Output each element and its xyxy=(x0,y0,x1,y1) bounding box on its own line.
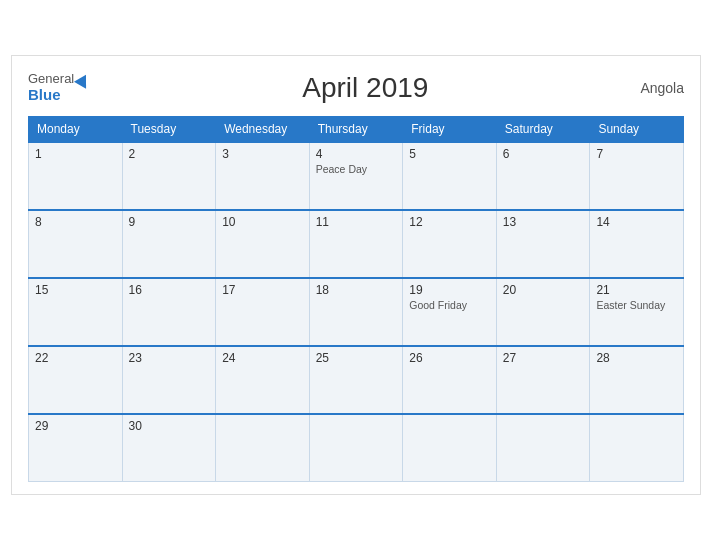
calendar-day-cell: 4Peace Day xyxy=(309,142,403,210)
calendar-day-cell: 2 xyxy=(122,142,216,210)
logo-general-text: General xyxy=(28,72,90,86)
header-monday: Monday xyxy=(29,116,123,142)
calendar-day-cell: 23 xyxy=(122,346,216,414)
calendar-day-cell: 19Good Friday xyxy=(403,278,497,346)
day-number: 4 xyxy=(316,147,397,161)
day-number: 1 xyxy=(35,147,116,161)
day-number: 29 xyxy=(35,419,116,433)
calendar-day-cell xyxy=(590,414,684,482)
holiday-name: Peace Day xyxy=(316,163,397,175)
calendar-week-row: 2930 xyxy=(29,414,684,482)
calendar-week-row: 891011121314 xyxy=(29,210,684,278)
calendar-day-cell: 7 xyxy=(590,142,684,210)
calendar-day-cell xyxy=(216,414,310,482)
logo: General Blue xyxy=(28,72,90,103)
calendar-day-cell: 27 xyxy=(496,346,590,414)
calendar-day-cell: 14 xyxy=(590,210,684,278)
calendar-week-row: 22232425262728 xyxy=(29,346,684,414)
calendar-day-cell: 8 xyxy=(29,210,123,278)
day-number: 7 xyxy=(596,147,677,161)
day-number: 12 xyxy=(409,215,490,229)
header-tuesday: Tuesday xyxy=(122,116,216,142)
day-number: 20 xyxy=(503,283,584,297)
day-number: 30 xyxy=(129,419,210,433)
day-number: 11 xyxy=(316,215,397,229)
calendar-day-cell: 1 xyxy=(29,142,123,210)
day-number: 3 xyxy=(222,147,303,161)
calendar-day-cell: 22 xyxy=(29,346,123,414)
calendar-title: April 2019 xyxy=(302,72,428,104)
calendar-day-cell: 15 xyxy=(29,278,123,346)
day-number: 14 xyxy=(596,215,677,229)
logo-blue-text: Blue xyxy=(28,87,90,104)
calendar-day-cell: 24 xyxy=(216,346,310,414)
calendar-day-cell: 11 xyxy=(309,210,403,278)
calendar-day-cell xyxy=(309,414,403,482)
calendar-body: 1234Peace Day5678910111213141516171819Go… xyxy=(29,142,684,482)
calendar-day-cell: 3 xyxy=(216,142,310,210)
day-number: 22 xyxy=(35,351,116,365)
day-number: 18 xyxy=(316,283,397,297)
header-wednesday: Wednesday xyxy=(216,116,310,142)
calendar-header: General Blue April 2019 Angola xyxy=(28,72,684,104)
calendar-day-cell xyxy=(496,414,590,482)
day-number: 6 xyxy=(503,147,584,161)
day-number: 5 xyxy=(409,147,490,161)
calendar-day-cell: 5 xyxy=(403,142,497,210)
day-number: 28 xyxy=(596,351,677,365)
day-number: 27 xyxy=(503,351,584,365)
day-number: 23 xyxy=(129,351,210,365)
calendar-day-cell: 10 xyxy=(216,210,310,278)
calendar-week-row: 1516171819Good Friday2021Easter Sunday xyxy=(29,278,684,346)
calendar-day-cell: 12 xyxy=(403,210,497,278)
calendar-day-cell: 29 xyxy=(29,414,123,482)
day-number: 13 xyxy=(503,215,584,229)
calendar-day-cell: 30 xyxy=(122,414,216,482)
header-saturday: Saturday xyxy=(496,116,590,142)
country-label: Angola xyxy=(640,80,684,96)
weekday-header-row: Monday Tuesday Wednesday Thursday Friday… xyxy=(29,116,684,142)
header-friday: Friday xyxy=(403,116,497,142)
holiday-name: Easter Sunday xyxy=(596,299,677,311)
calendar-day-cell: 25 xyxy=(309,346,403,414)
day-number: 25 xyxy=(316,351,397,365)
day-number: 10 xyxy=(222,215,303,229)
holiday-name: Good Friday xyxy=(409,299,490,311)
calendar-day-cell: 20 xyxy=(496,278,590,346)
calendar-table: Monday Tuesday Wednesday Thursday Friday… xyxy=(28,116,684,483)
calendar-day-cell: 18 xyxy=(309,278,403,346)
day-number: 2 xyxy=(129,147,210,161)
calendar-week-row: 1234Peace Day567 xyxy=(29,142,684,210)
calendar-thead: Monday Tuesday Wednesday Thursday Friday… xyxy=(29,116,684,142)
header-sunday: Sunday xyxy=(590,116,684,142)
day-number: 9 xyxy=(129,215,210,229)
day-number: 19 xyxy=(409,283,490,297)
day-number: 16 xyxy=(129,283,210,297)
header-thursday: Thursday xyxy=(309,116,403,142)
calendar-day-cell: 16 xyxy=(122,278,216,346)
day-number: 15 xyxy=(35,283,116,297)
day-number: 8 xyxy=(35,215,116,229)
day-number: 21 xyxy=(596,283,677,297)
calendar-day-cell: 17 xyxy=(216,278,310,346)
calendar-day-cell: 26 xyxy=(403,346,497,414)
calendar-day-cell: 28 xyxy=(590,346,684,414)
calendar-day-cell: 21Easter Sunday xyxy=(590,278,684,346)
calendar-day-cell xyxy=(403,414,497,482)
calendar-day-cell: 13 xyxy=(496,210,590,278)
day-number: 24 xyxy=(222,351,303,365)
calendar-day-cell: 9 xyxy=(122,210,216,278)
calendar-day-cell: 6 xyxy=(496,142,590,210)
calendar: General Blue April 2019 Angola Monday Tu… xyxy=(11,55,701,496)
day-number: 17 xyxy=(222,283,303,297)
day-number: 26 xyxy=(409,351,490,365)
